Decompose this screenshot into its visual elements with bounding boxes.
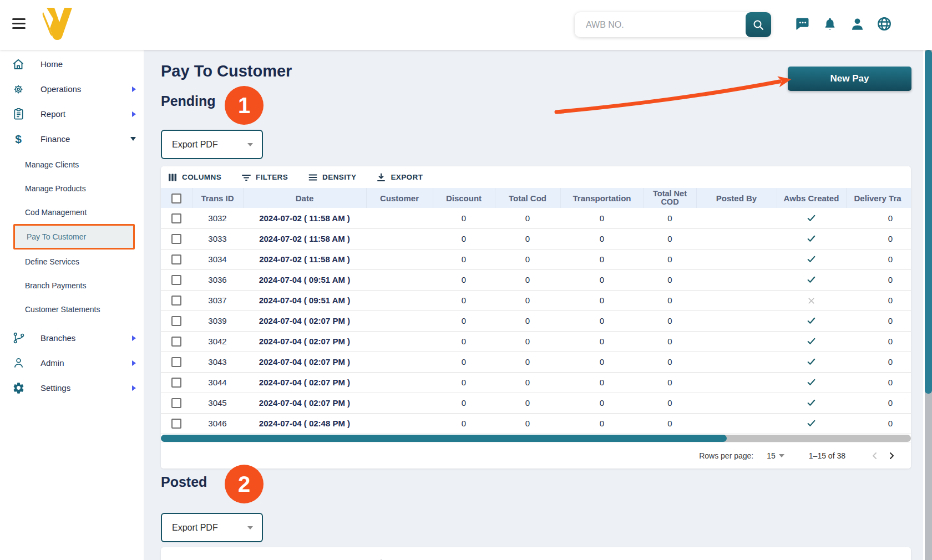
sidebar-item-settings[interactable]: Settings	[0, 375, 144, 400]
table-horizontal-scrollbar-track	[161, 435, 911, 442]
total-cod-cell: 0	[495, 310, 560, 331]
sidebar-item-report[interactable]: Report	[0, 101, 144, 126]
row-checkbox[interactable]	[171, 337, 181, 347]
sidebar-item-operations[interactable]: Operations	[0, 77, 144, 101]
customer-cell	[366, 269, 433, 290]
awbs-created-cell	[777, 372, 846, 393]
row-checkbox[interactable]	[171, 254, 181, 264]
delivery-transport-cell: 0	[846, 228, 911, 249]
customer-cell	[366, 352, 433, 372]
sidebar-item-label: Branches	[40, 333, 132, 343]
table-toolbar-posted: COLUMNS FILTERS DENSITY EXPORT	[161, 553, 911, 560]
next-page-button[interactable]	[883, 447, 900, 464]
export-pdf-label: Export PDF	[172, 523, 247, 533]
sidebar-item-manage-products[interactable]: Manage Products	[0, 176, 144, 200]
row-checkbox[interactable]	[171, 296, 181, 306]
search-button[interactable]	[746, 12, 771, 37]
sidebar-item-manage-clients[interactable]: Manage Clients	[0, 152, 144, 176]
rows-per-page-select[interactable]: 15	[767, 451, 784, 460]
transportation-cell: 0	[560, 413, 644, 434]
posted-by-cell	[696, 249, 777, 269]
annotation-step2-number: 2	[238, 472, 250, 497]
discount-cell: 0	[433, 208, 495, 228]
page-scrollbar-track	[925, 50, 932, 560]
trans-id-cell: 3032	[192, 208, 243, 228]
hamburger-menu-icon[interactable]	[12, 18, 26, 30]
select-all-checkbox[interactable]	[171, 194, 181, 203]
trans-id-cell: 3046	[192, 413, 243, 434]
language-globe-icon[interactable]	[876, 16, 893, 32]
chat-icon[interactable]	[794, 16, 811, 32]
export-button[interactable]: EXPORT	[376, 172, 423, 182]
column-header-customer[interactable]: Customer	[366, 188, 433, 208]
column-header-date[interactable]: Date	[243, 188, 366, 208]
column-header-transportation[interactable]: Transportation	[560, 188, 644, 208]
search-input[interactable]	[575, 20, 746, 30]
columns-button[interactable]: COLUMNS	[168, 172, 221, 182]
row-checkbox[interactable]	[171, 234, 181, 244]
row-checkbox[interactable]	[171, 213, 181, 223]
trans-id-cell: 3034	[192, 249, 243, 269]
total-net-cod-cell: 0	[644, 249, 696, 269]
row-checkbox[interactable]	[171, 275, 181, 285]
sidebar-item-home[interactable]: Home	[0, 52, 144, 77]
row-select-cell	[161, 208, 192, 228]
sidebar-item-admin[interactable]: Admin	[0, 350, 144, 375]
column-header-awbs-created[interactable]: Awbs Created	[777, 188, 846, 208]
posted-by-cell	[696, 310, 777, 331]
pending-table-body: 3032 2024-07-02 ( 11:58 AM ) 0 0 0 0 0 3…	[161, 208, 911, 434]
home-icon	[11, 57, 26, 72]
total-net-cod-cell: 0	[644, 310, 696, 331]
discount-cell: 0	[433, 331, 495, 352]
sidebar-item-finance[interactable]: $ Finance	[0, 126, 144, 151]
sidebar-item-customer-statements[interactable]: Customer Statements	[0, 297, 144, 321]
sidebar-item-pay-to-customer-active[interactable]: Pay To Customer	[13, 224, 135, 250]
column-header-delivery-transport[interactable]: Delivery Tra	[846, 188, 911, 208]
annotation-step2-badge: 2	[225, 465, 264, 503]
sidebar-subitem-label: Pay To Customer	[27, 232, 86, 241]
row-checkbox[interactable]	[171, 398, 181, 408]
filters-button[interactable]: FILTERS	[241, 172, 288, 182]
check-icon	[806, 233, 817, 244]
new-pay-button[interactable]: New Pay	[788, 67, 911, 91]
date-cell: 2024-07-04 ( 02:07 PM )	[243, 372, 366, 393]
density-button[interactable]: DENSITY	[308, 172, 356, 182]
column-header-total-net-cod[interactable]: Total Net COD	[644, 188, 696, 208]
density-button-label: DENSITY	[322, 173, 356, 181]
row-checkbox[interactable]	[171, 357, 181, 367]
awbs-created-cell	[777, 393, 846, 413]
page-scrollbar-thumb[interactable]	[925, 50, 932, 394]
table-row: 3046 2024-07-04 ( 02:48 PM ) 0 0 0 0 0	[161, 413, 911, 434]
posted-by-cell	[696, 393, 777, 413]
export-pdf-dropdown-pending[interactable]: Export PDF	[161, 130, 263, 159]
x-icon	[807, 296, 816, 306]
pagination-range: 1–15 of 38	[809, 451, 845, 460]
sidebar-item-cod-management[interactable]: Cod Management	[0, 200, 144, 224]
previous-page-button[interactable]	[867, 447, 883, 464]
sidebar-item-branches[interactable]: Branches	[0, 325, 144, 350]
sidebar-item-label: Report	[40, 109, 132, 119]
sidebar-item-define-services[interactable]: Define Services	[0, 250, 144, 273]
export-pdf-dropdown-posted[interactable]: Export PDF	[161, 513, 263, 542]
posted-by-cell	[696, 290, 777, 310]
total-cod-cell: 0	[495, 352, 560, 372]
row-checkbox[interactable]	[171, 316, 181, 326]
column-header-total-cod[interactable]: Total Cod	[495, 188, 560, 208]
transportation-cell: 0	[560, 208, 644, 228]
row-checkbox[interactable]	[171, 378, 181, 388]
row-select-cell	[161, 228, 192, 249]
table-row: 3042 2024-07-04 ( 02:07 PM ) 0 0 0 0 0	[161, 331, 911, 352]
table-horizontal-scrollbar-thumb[interactable]	[161, 435, 727, 442]
discount-cell: 0	[433, 352, 495, 372]
column-header-discount[interactable]: Discount	[433, 188, 495, 208]
trans-id-cell: 3045	[192, 393, 243, 413]
check-icon	[806, 377, 817, 388]
row-checkbox[interactable]	[171, 419, 181, 429]
column-header-posted-by[interactable]: Posted By	[696, 188, 777, 208]
column-header-trans-id[interactable]: Trans ID	[192, 188, 243, 208]
sidebar-item-branch-payments[interactable]: Branch Payments	[0, 273, 144, 297]
user-account-icon[interactable]	[849, 16, 865, 32]
total-cod-cell: 0	[495, 228, 560, 249]
chevron-right-icon	[132, 385, 136, 391]
notifications-bell-icon[interactable]	[822, 16, 838, 32]
